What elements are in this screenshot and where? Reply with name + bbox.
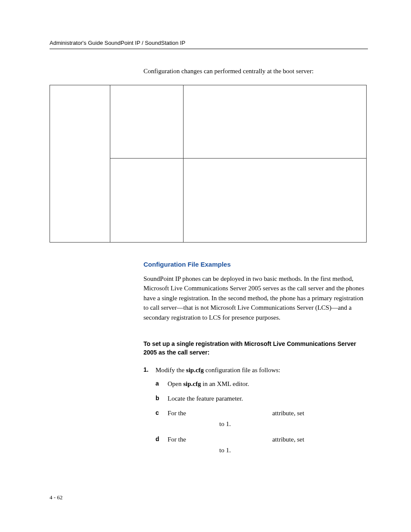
list-item: a Open sip.cfg in an XML editor.	[156, 379, 368, 389]
section-heading: Configuration File Examples	[143, 261, 368, 268]
sub-text-to: to 1.	[168, 445, 368, 456]
config-table	[50, 85, 367, 243]
sub-text-bold: sip.cfg	[183, 380, 201, 387]
sub-letter: a	[156, 379, 168, 389]
step-text-post: configuration file as follows:	[204, 367, 280, 373]
sub-text-pre: For the	[168, 436, 186, 443]
sub-text-to: to 1.	[168, 419, 368, 430]
table-cell	[184, 158, 367, 242]
table-cell	[50, 85, 110, 242]
table-cell	[184, 85, 367, 158]
page-number: 4 - 62	[50, 494, 62, 501]
section-body: SoundPoint IP phones can be deployed in …	[143, 274, 368, 323]
sub-text-post: in an XML editor.	[201, 380, 249, 387]
header-rule	[50, 49, 368, 49]
sub-text-pre: Open	[168, 380, 183, 387]
table-cell	[110, 85, 184, 158]
list-item: 1. Modify the sip.cfg configuration file…	[143, 365, 368, 460]
sub-text-post: attribute, set	[272, 436, 304, 443]
list-item: c For theattribute, set to 1.	[156, 408, 368, 430]
list-item: d For theattribute, set to 1.	[156, 434, 368, 456]
running-header: Administrator's Guide SoundPoint IP / So…	[50, 40, 368, 46]
lead-paragraph: Configuration changes can performed cent…	[143, 66, 368, 76]
step-text-pre: Modify the	[156, 367, 186, 373]
task-heading: To set up a single registration with Mic…	[143, 339, 368, 357]
sub-text: Locate the feature parameter.	[168, 393, 368, 404]
sub-text-post: attribute, set	[272, 410, 304, 417]
step-number: 1.	[143, 365, 156, 460]
table-cell	[110, 158, 184, 242]
sub-letter: b	[156, 393, 168, 404]
list-item: b Locate the feature parameter.	[156, 393, 368, 404]
sub-letter: c	[156, 408, 168, 430]
sub-text-pre: For the	[168, 410, 186, 417]
step-text-bold: sip.cfg	[186, 367, 204, 373]
sub-letter: d	[156, 434, 168, 456]
numbered-list: 1. Modify the sip.cfg configuration file…	[143, 365, 368, 460]
